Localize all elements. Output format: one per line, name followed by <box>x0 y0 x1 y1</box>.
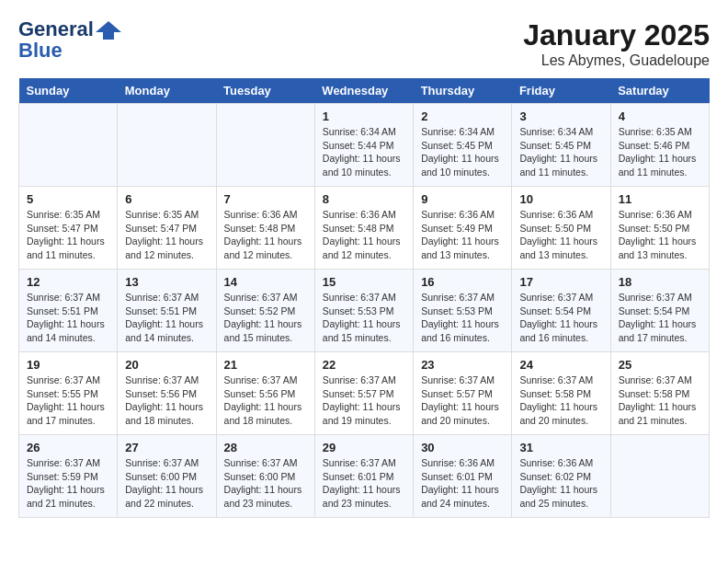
day-info: Sunrise: 6:37 AM Sunset: 5:56 PM Dayligh… <box>224 373 307 428</box>
day-number: 2 <box>421 109 504 123</box>
day-number: 10 <box>519 192 602 206</box>
calendar-cell: 13Sunrise: 6:37 AM Sunset: 5:51 PM Dayli… <box>118 270 216 352</box>
day-number: 5 <box>27 192 109 206</box>
day-number: 24 <box>519 358 602 372</box>
day-info: Sunrise: 6:34 AM Sunset: 5:45 PM Dayligh… <box>421 125 504 179</box>
day-info: Sunrise: 6:37 AM Sunset: 5:54 PM Dayligh… <box>519 291 602 345</box>
day-number: 15 <box>323 275 405 289</box>
day-info: Sunrise: 6:37 AM Sunset: 5:55 PM Dayligh… <box>27 373 109 428</box>
weekday-header-monday: Monday <box>118 78 216 104</box>
week-row-1: 1Sunrise: 6:34 AM Sunset: 5:44 PM Daylig… <box>19 104 710 187</box>
day-number: 8 <box>323 192 405 206</box>
day-info: Sunrise: 6:36 AM Sunset: 5:48 PM Dayligh… <box>323 208 405 262</box>
calendar-cell: 7Sunrise: 6:36 AM Sunset: 5:48 PM Daylig… <box>216 187 314 270</box>
day-info: Sunrise: 6:37 AM Sunset: 5:53 PM Dayligh… <box>421 291 504 345</box>
calendar-cell: 6Sunrise: 6:35 AM Sunset: 5:47 PM Daylig… <box>118 187 216 270</box>
day-info: Sunrise: 6:37 AM Sunset: 5:51 PM Dayligh… <box>27 291 109 345</box>
calendar-cell: 9Sunrise: 6:36 AM Sunset: 5:49 PM Daylig… <box>414 187 512 270</box>
weekday-header-saturday: Saturday <box>610 78 709 104</box>
day-number: 20 <box>125 358 208 372</box>
calendar-cell: 16Sunrise: 6:37 AM Sunset: 5:53 PM Dayli… <box>414 270 512 352</box>
calendar-cell: 22Sunrise: 6:37 AM Sunset: 5:57 PM Dayli… <box>314 352 413 435</box>
weekday-header-thursday: Thursday <box>414 78 512 104</box>
day-info: Sunrise: 6:37 AM Sunset: 5:57 PM Dayligh… <box>421 373 504 428</box>
logo-icon <box>96 21 121 40</box>
day-number: 18 <box>619 275 701 289</box>
day-info: Sunrise: 6:37 AM Sunset: 5:57 PM Dayligh… <box>323 373 405 428</box>
logo-text: General <box>18 18 121 40</box>
day-number: 11 <box>619 192 701 206</box>
day-info: Sunrise: 6:37 AM Sunset: 5:51 PM Dayligh… <box>125 291 208 345</box>
day-number: 19 <box>27 358 109 372</box>
day-number: 31 <box>519 441 602 454</box>
calendar-cell: 15Sunrise: 6:37 AM Sunset: 5:53 PM Dayli… <box>314 270 413 352</box>
calendar-cell <box>118 104 216 187</box>
day-info: Sunrise: 6:37 AM Sunset: 5:58 PM Dayligh… <box>519 373 602 428</box>
weekday-header-wednesday: Wednesday <box>314 78 413 104</box>
location: Les Abymes, Guadeloupe <box>523 52 710 69</box>
calendar-cell: 31Sunrise: 6:36 AM Sunset: 6:02 PM Dayli… <box>512 435 610 518</box>
day-info: Sunrise: 6:35 AM Sunset: 5:46 PM Dayligh… <box>619 125 701 179</box>
day-number: 3 <box>519 109 602 123</box>
calendar-cell: 28Sunrise: 6:37 AM Sunset: 6:00 PM Dayli… <box>216 435 314 518</box>
day-info: Sunrise: 6:37 AM Sunset: 5:58 PM Dayligh… <box>619 373 701 428</box>
week-row-5: 26Sunrise: 6:37 AM Sunset: 5:59 PM Dayli… <box>19 435 710 518</box>
day-number: 29 <box>323 441 405 454</box>
logo: General Blue <box>18 18 121 61</box>
calendar-cell: 10Sunrise: 6:36 AM Sunset: 5:50 PM Dayli… <box>512 187 610 270</box>
calendar-cell <box>216 104 314 187</box>
day-number: 21 <box>224 358 307 372</box>
day-info: Sunrise: 6:36 AM Sunset: 6:01 PM Dayligh… <box>421 456 504 511</box>
day-info: Sunrise: 6:37 AM Sunset: 5:56 PM Dayligh… <box>125 373 208 428</box>
month-year: January 2025 <box>523 18 710 52</box>
svg-marker-0 <box>96 21 121 40</box>
day-info: Sunrise: 6:36 AM Sunset: 5:49 PM Dayligh… <box>421 208 504 262</box>
day-info: Sunrise: 6:37 AM Sunset: 5:52 PM Dayligh… <box>224 291 307 345</box>
day-number: 28 <box>224 441 307 454</box>
calendar-cell: 14Sunrise: 6:37 AM Sunset: 5:52 PM Dayli… <box>216 270 314 352</box>
day-info: Sunrise: 6:35 AM Sunset: 5:47 PM Dayligh… <box>125 208 208 262</box>
day-number: 1 <box>323 109 405 123</box>
calendar-table: SundayMondayTuesdayWednesdayThursdayFrid… <box>18 78 710 518</box>
day-number: 25 <box>619 358 701 372</box>
calendar-cell: 18Sunrise: 6:37 AM Sunset: 5:54 PM Dayli… <box>610 270 709 352</box>
day-info: Sunrise: 6:35 AM Sunset: 5:47 PM Dayligh… <box>27 208 109 262</box>
day-info: Sunrise: 6:37 AM Sunset: 5:54 PM Dayligh… <box>619 291 701 345</box>
calendar-cell: 11Sunrise: 6:36 AM Sunset: 5:50 PM Dayli… <box>610 187 709 270</box>
day-number: 6 <box>125 192 208 206</box>
day-number: 17 <box>519 275 602 289</box>
calendar-cell: 25Sunrise: 6:37 AM Sunset: 5:58 PM Dayli… <box>610 352 709 435</box>
day-number: 30 <box>421 441 504 454</box>
day-number: 27 <box>125 441 208 454</box>
day-info: Sunrise: 6:34 AM Sunset: 5:45 PM Dayligh… <box>519 125 602 179</box>
week-row-3: 12Sunrise: 6:37 AM Sunset: 5:51 PM Dayli… <box>19 270 710 352</box>
day-number: 7 <box>224 192 307 206</box>
calendar-cell: 12Sunrise: 6:37 AM Sunset: 5:51 PM Dayli… <box>19 270 118 352</box>
day-info: Sunrise: 6:37 AM Sunset: 5:59 PM Dayligh… <box>27 456 109 511</box>
calendar-cell: 24Sunrise: 6:37 AM Sunset: 5:58 PM Dayli… <box>512 352 610 435</box>
weekday-header-tuesday: Tuesday <box>216 78 314 104</box>
week-row-2: 5Sunrise: 6:35 AM Sunset: 5:47 PM Daylig… <box>19 187 710 270</box>
calendar-cell: 20Sunrise: 6:37 AM Sunset: 5:56 PM Dayli… <box>118 352 216 435</box>
calendar-cell: 8Sunrise: 6:36 AM Sunset: 5:48 PM Daylig… <box>314 187 413 270</box>
calendar-cell: 4Sunrise: 6:35 AM Sunset: 5:46 PM Daylig… <box>610 104 709 187</box>
day-number: 4 <box>619 109 701 123</box>
day-info: Sunrise: 6:36 AM Sunset: 6:02 PM Dayligh… <box>519 456 602 511</box>
calendar-cell: 26Sunrise: 6:37 AM Sunset: 5:59 PM Dayli… <box>19 435 118 518</box>
logo-blue: Blue <box>18 40 121 61</box>
day-number: 14 <box>224 275 307 289</box>
day-info: Sunrise: 6:37 AM Sunset: 6:01 PM Dayligh… <box>323 456 405 511</box>
calendar-cell <box>610 435 709 518</box>
calendar-cell: 1Sunrise: 6:34 AM Sunset: 5:44 PM Daylig… <box>314 104 413 187</box>
calendar-cell: 29Sunrise: 6:37 AM Sunset: 6:01 PM Dayli… <box>314 435 413 518</box>
day-number: 26 <box>27 441 109 454</box>
day-number: 9 <box>421 192 504 206</box>
calendar-cell <box>19 104 118 187</box>
week-row-4: 19Sunrise: 6:37 AM Sunset: 5:55 PM Dayli… <box>19 352 710 435</box>
day-info: Sunrise: 6:36 AM Sunset: 5:50 PM Dayligh… <box>519 208 602 262</box>
title-block: January 2025 Les Abymes, Guadeloupe <box>523 18 710 69</box>
day-number: 16 <box>421 275 504 289</box>
calendar-cell: 19Sunrise: 6:37 AM Sunset: 5:55 PM Dayli… <box>19 352 118 435</box>
weekday-header-sunday: Sunday <box>19 78 118 104</box>
day-info: Sunrise: 6:36 AM Sunset: 5:50 PM Dayligh… <box>619 208 701 262</box>
